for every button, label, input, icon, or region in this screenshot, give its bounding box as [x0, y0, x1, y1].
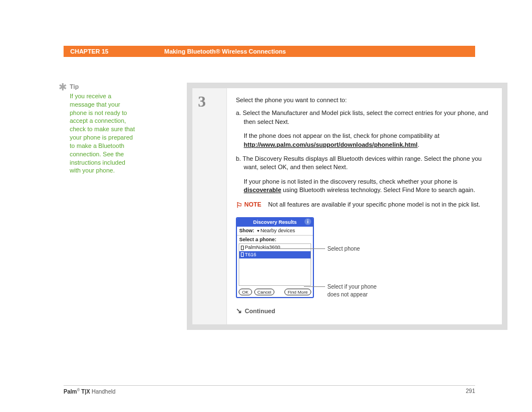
screenshot-row: Discovery Results i Show: ▾ Nearby devic… — [236, 217, 493, 299]
item-b-note-post: using Bluetooth wireless technology. Sel… — [281, 186, 475, 193]
chapter-title: Making Bluetooth® Wireless Connections — [164, 48, 286, 55]
continued-row: ↘ Continued — [236, 306, 493, 316]
device-screenshot: Discovery Results i Show: ▾ Nearby devic… — [236, 217, 314, 299]
tip-sidebar: ✱ Tip If you receive a message that your… — [60, 83, 138, 175]
note-block: ⚐ NOTE Not all features are available if… — [236, 200, 493, 210]
phonelink-url[interactable]: http://www.palm.com/us/support/downloads… — [244, 141, 418, 148]
step-item-b-note: If your phone is not listed in the disco… — [244, 178, 493, 195]
product-name: Palm® T|X Handheld — [64, 388, 115, 395]
chapter-header-bar: CHAPTER 15 Making Bluetooth® Wireless Co… — [64, 46, 475, 57]
callout-not-appear: Select if your phone does not appear — [327, 283, 389, 299]
flag-icon: ⚐ — [236, 200, 243, 210]
list-item-label: T616 — [245, 251, 257, 258]
chapter-number: CHAPTER 15 — [70, 48, 108, 55]
item-a-prefix: a. — [236, 109, 243, 116]
instruction-column: Select the phone you want to connect to:… — [227, 88, 502, 324]
dropdown-icon[interactable]: ▾ — [256, 228, 260, 233]
content-panel: 3 Select the phone you want to connect t… — [187, 83, 507, 330]
step-intro: Select the phone you want to connect to: — [236, 96, 493, 104]
step-item-a: a. Select the Manufacturer and Model pic… — [244, 109, 493, 126]
select-phone-label: Select a phone: — [237, 236, 313, 244]
step-number: 3 — [198, 93, 226, 111]
device-list[interactable]: PalmNokia3600 T616 — [239, 243, 311, 286]
step-item-a-note: If the phone does not appear on the list… — [244, 132, 493, 149]
note-body: Not all features are available if your s… — [263, 201, 480, 208]
tip-heading: Tip — [70, 83, 138, 91]
show-value[interactable]: Nearby devices — [260, 228, 295, 233]
item-b-note-pre: If your phone is not listed in the disco… — [244, 178, 457, 185]
asterisk-icon: ✱ — [59, 80, 67, 94]
item-a-text: Select the Manufacturer and Model pick l… — [243, 109, 488, 124]
show-label: Show: — [239, 228, 254, 233]
list-item[interactable]: T616 — [239, 251, 311, 258]
item-b-prefix: b. — [236, 155, 243, 162]
cancel-button[interactable]: Cancel — [254, 289, 275, 295]
item-a-note-post: . — [418, 141, 419, 148]
callout-select-phone: Select phone — [327, 245, 389, 253]
page-number: 291 — [466, 388, 475, 395]
page-footer: Palm® T|X Handheld 291 — [64, 385, 475, 395]
step-number-column: 3 — [192, 88, 227, 324]
device-button-row: OK Cancel Find More — [237, 287, 313, 297]
continued-label: Continued — [245, 308, 275, 314]
item-b-text: The Discovery Results displays all Bluet… — [243, 155, 482, 170]
manual-page: CHAPTER 15 Making Bluetooth® Wireless Co… — [0, 0, 532, 412]
list-item-label: PalmNokia3600 — [245, 244, 280, 251]
device-titlebar: Discovery Results i — [237, 218, 313, 227]
arrow-down-right-icon: ↘ — [236, 306, 242, 315]
info-icon[interactable]: i — [304, 218, 311, 225]
device-title: Discovery Results — [253, 219, 297, 225]
callout-line — [304, 286, 325, 287]
device-show-row: Show: ▾ Nearby devices — [237, 227, 313, 236]
tip-body: If you receive a message that your phone… — [70, 92, 138, 175]
find-more-button[interactable]: Find More — [284, 289, 311, 295]
step-item-b: b. The Discovery Results displays all Bl… — [244, 155, 493, 172]
discoverable-link[interactable]: discoverable — [244, 186, 281, 193]
phone-icon — [241, 246, 244, 250]
note-label: NOTE — [244, 201, 262, 208]
phone-icon — [241, 252, 244, 257]
ok-button[interactable]: OK — [239, 289, 252, 295]
item-a-note-pre: If the phone does not appear on the list… — [244, 132, 439, 139]
callout-line — [276, 248, 325, 249]
